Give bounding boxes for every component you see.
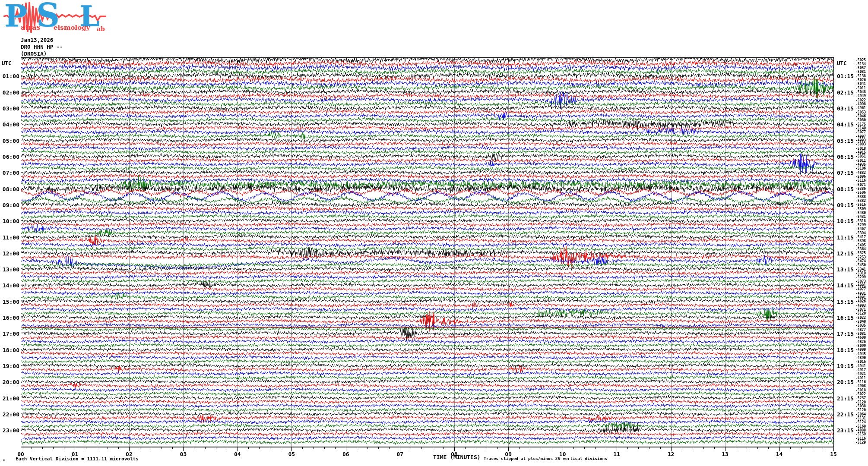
hour-label-right: 20:15 [837, 379, 854, 385]
trace-offset-value: -4997 [855, 135, 868, 139]
trace-offset-value: -5064 [855, 412, 868, 416]
hour-label-right: 19:15 [837, 363, 854, 369]
minute-tick-label: 11 [608, 451, 625, 457]
hour-label-left: 04:00 [1, 122, 19, 128]
trace-offset-value: -5041 [855, 82, 868, 86]
utc-label-left: UTC [2, 60, 12, 66]
hour-label-right: 04:15 [837, 122, 854, 128]
trace-offset-value: -5120 [855, 408, 868, 412]
trace-offset-value: -5417 [855, 235, 868, 239]
trace-offset-value: -5003 [855, 142, 868, 146]
trace-offset-value: -5386 [855, 187, 868, 191]
trace-offset-value: -4915 [855, 151, 868, 154]
utc-label-right: UTC [837, 60, 847, 66]
logo-word-ab: ab [97, 26, 105, 32]
trace-offset-value: -4882 [855, 171, 868, 175]
trace-offset-value: -5480 [855, 211, 868, 215]
trace-offset-value: -5016 [855, 360, 868, 364]
trace-offset-value: -5299 [855, 275, 868, 279]
hour-label-left: 23:00 [1, 428, 19, 434]
trace-offset-value: -4826 [855, 299, 868, 303]
trace-offset-value: -5134 [855, 62, 868, 66]
trace-offset-value: -4826 [855, 340, 868, 344]
trace-offset-value: -5096 [855, 175, 868, 179]
minute-tick-label: 05 [283, 451, 300, 457]
hour-label-left: 15:00 [1, 299, 19, 305]
trace-offset-value: -5080 [855, 118, 868, 122]
trace-offset-value: -5051 [855, 154, 868, 158]
hour-label-right: 08:15 [837, 186, 854, 192]
trace-offset-value: -4890 [855, 356, 868, 360]
trace-offset-value: -4949 [855, 94, 868, 98]
hour-label-left: 05:00 [1, 138, 19, 144]
minute-tick-label: 04 [229, 451, 246, 457]
trace-offset-value: -5081 [855, 332, 868, 336]
trace-offset-value: -5053 [855, 110, 868, 114]
trace-offset-value: -5506 [855, 191, 868, 195]
trace-offset-value: -5018 [855, 147, 868, 151]
trace-offset-value: -4935 [855, 163, 868, 167]
trace-offset-value: -5138 [855, 74, 868, 78]
hour-label-right: 01:15 [837, 73, 854, 79]
trace-offset-value: -4968 [855, 384, 868, 388]
trace-offset-value: -5405 [855, 243, 868, 247]
header-station: DRO HHN HP -- [21, 44, 63, 50]
trace-offset-value: -5175 [855, 123, 868, 126]
trace-offset-value: -5077 [855, 130, 868, 134]
trace-offset-value: -5129 [855, 441, 868, 444]
trace-offset-value: -5431 [855, 215, 868, 219]
trace-offset-value: -5325 [855, 251, 868, 255]
hour-label-right: 13:15 [837, 267, 854, 273]
trace-offset-value: -4911 [855, 376, 868, 380]
trace-offset-value: -5073 [855, 280, 868, 283]
trace-offset-value: -5106 [855, 167, 868, 170]
minute-tick-label: 06 [337, 451, 355, 457]
trace-offset-value: -5038 [855, 404, 868, 408]
hour-label-left: 19:00 [1, 363, 19, 369]
trace-offset-value: -4888 [855, 428, 868, 432]
trace-offset-value: -5467 [855, 227, 868, 231]
hour-label-left: 01:00 [1, 73, 19, 79]
scale-note: Each Vertical Division = 1111.11 microvo… [16, 456, 139, 462]
trace-offset-value: -4917 [855, 368, 868, 372]
hour-label-left: 11:00 [1, 235, 19, 241]
trace-offset-value: -4877 [855, 328, 868, 332]
trace-offset-value: -5057 [855, 66, 868, 70]
trace-offset-value: -5450 [855, 263, 868, 267]
hour-label-right: 16:15 [837, 315, 854, 321]
hour-label-right: 23:15 [837, 428, 854, 434]
trace-offset-value: -5026 [855, 78, 868, 82]
trace-offset-value: -5124 [855, 420, 868, 424]
trace-offset-value: -5341 [855, 268, 868, 271]
trace-offset-value: -5382 [855, 199, 868, 203]
trace-offset-value: -5131 [855, 416, 868, 420]
hour-label-right: 11:15 [837, 235, 854, 241]
trace-offset-value: -5035 [855, 324, 868, 327]
hour-label-right: 15:15 [837, 299, 854, 305]
trace-offset-value: -4600 [855, 336, 868, 340]
hour-label-right: 06:15 [837, 154, 854, 160]
trace-offset-value: -5159 [855, 432, 868, 436]
header-site: (DROSIA) [21, 51, 47, 57]
trace-offset-value: -5071 [855, 183, 868, 187]
trace-offset-value: -5116 [855, 437, 868, 441]
trace-offset-value: -5022 [855, 98, 868, 102]
trace-offset-value: -5509 [855, 207, 868, 211]
trace-offset-value: -5071 [855, 308, 868, 312]
trace-offset-value: -5318 [855, 219, 868, 223]
minute-tick-label: 14 [771, 451, 788, 457]
trace-offset-value: -5120 [855, 400, 868, 404]
trace-offset-value: -5011 [855, 159, 868, 163]
trace-offset-value: -5474 [855, 259, 868, 263]
trace-offset-value: -4998 [855, 102, 868, 106]
trace-offset-value: -5253 [855, 255, 868, 259]
trace-offset-value: -4993 [855, 304, 868, 308]
hour-label-left: 14:00 [1, 283, 19, 289]
clip-note: Traces clipped at plus/minus 25 vertical… [484, 456, 607, 461]
hour-label-left: 20:00 [1, 379, 19, 385]
hour-label-left: 16:00 [1, 315, 19, 321]
trace-offset-value: -5022 [855, 392, 868, 396]
trace-offset-value: -5025 [855, 58, 868, 62]
trace-offset-value: -5099 [855, 344, 868, 348]
trace-offset-value: -5081 [855, 70, 868, 74]
